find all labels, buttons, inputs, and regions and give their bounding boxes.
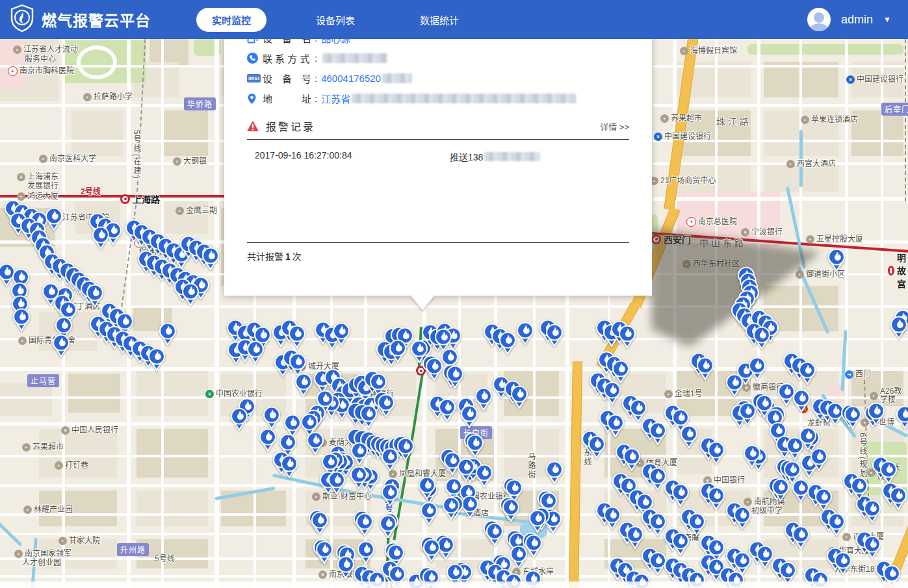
device-marker[interactable] [606,414,625,437]
device-marker[interactable] [827,513,846,536]
device-marker[interactable] [181,283,200,306]
device-marker[interactable] [51,334,71,357]
device-marker[interactable] [310,511,330,535]
device-marker[interactable] [246,340,265,364]
device-marker[interactable] [294,373,313,396]
device-marker[interactable] [158,322,177,346]
device-marker[interactable] [201,247,220,270]
device-marker[interactable] [679,425,699,448]
device-marker[interactable] [843,405,863,429]
device-marker[interactable] [305,431,325,455]
device-marker[interactable] [422,539,441,562]
map-label: +南京总医院 [686,217,737,227]
device-marker[interactable] [510,385,529,409]
device-marker[interactable] [617,325,637,348]
device-marker[interactable] [376,394,396,417]
device-marker[interactable] [895,405,908,429]
device-marker[interactable] [327,471,346,494]
device-marker[interactable] [879,461,898,484]
hospital-icon: + [686,217,696,227]
device-marker[interactable] [12,308,31,331]
map-label: ▪南京国家领军 [14,550,71,558]
poi-icon: ▪ [55,461,63,470]
device-marker[interactable] [798,361,817,385]
device-marker[interactable] [863,500,882,523]
device-marker[interactable] [417,476,437,500]
device-marker[interactable] [707,487,726,510]
device-marker[interactable] [725,374,744,397]
device-marker[interactable] [528,509,547,533]
device-marker[interactable] [833,552,853,575]
device-marker[interactable] [287,325,307,348]
device-marker[interactable] [733,506,752,530]
device-marker[interactable] [648,422,668,445]
device-marker[interactable] [671,483,690,507]
device-marker[interactable] [747,357,767,380]
device-marker[interactable] [671,532,690,556]
map-shape [136,429,208,478]
imsi-badge-icon: IMSI [247,73,260,84]
device-marker[interactable] [889,316,908,339]
device-marker[interactable] [485,522,504,546]
device-marker[interactable] [378,515,398,538]
device-marker[interactable] [229,407,249,431]
device-marker[interactable] [315,541,334,564]
device-marker[interactable] [889,487,908,510]
nav-tab-2[interactable]: 数据统计 [404,8,474,32]
device-marker[interactable] [742,444,762,468]
device-marker[interactable] [622,448,642,471]
device-marker[interactable] [545,461,564,484]
device-marker[interactable] [356,541,376,564]
device-marker[interactable] [755,545,775,569]
device-marker[interactable] [445,365,465,389]
device-marker[interactable] [798,427,818,450]
device-marker[interactable] [850,477,869,500]
device-marker[interactable] [625,526,645,549]
device-marker[interactable] [707,441,726,465]
device-marker[interactable] [755,394,774,418]
nav-tab-1[interactable]: 设备列表 [300,8,370,32]
device-marker[interactable] [331,322,351,346]
device-marker[interactable] [355,513,374,536]
device-marker[interactable] [437,398,457,422]
device-marker[interactable] [752,326,772,350]
nav-tab-0[interactable]: 实时监控 [196,8,266,32]
device-marker[interactable] [349,466,369,489]
device-marker[interactable] [147,348,166,371]
device-marker[interactable] [380,483,400,507]
device-marker[interactable] [515,322,535,345]
device-marker[interactable] [388,339,408,363]
device-marker[interactable] [587,435,606,459]
device-marker[interactable] [258,428,278,452]
device-marker[interactable] [44,207,64,231]
device-marker[interactable] [498,331,517,355]
device-marker[interactable] [866,402,886,426]
poi-icon: ▪ [744,498,752,506]
device-marker[interactable] [91,226,110,249]
poi-icon: ▪ [786,160,795,168]
device-marker[interactable] [827,248,846,272]
device-marker[interactable] [434,328,453,352]
device-marker[interactable] [791,526,811,549]
device-marker[interactable] [814,488,833,511]
device-marker[interactable] [863,535,882,559]
device-marker[interactable] [603,381,622,405]
device-marker[interactable] [380,448,400,471]
device-marker[interactable] [792,389,811,413]
device-marker[interactable] [771,478,790,502]
alarm-detail-link[interactable]: 详情 >> [600,120,629,133]
device-marker[interactable] [465,434,485,457]
device-marker[interactable] [419,502,439,525]
device-marker[interactable] [262,406,281,429]
device-fields: 设 备 名:品心源联 系 方 式:IMSI设 备 号:46004176520地 … [247,31,629,105]
device-marker[interactable] [545,324,564,347]
map-shape [136,491,208,526]
map-shape [133,62,179,97]
device-marker[interactable] [474,387,493,411]
user-menu[interactable]: admin ▼ [807,0,891,39]
device-marker[interactable] [501,498,521,522]
device-marker[interactable] [279,455,299,478]
device-marker[interactable] [695,357,715,380]
device-marker[interactable] [41,283,60,306]
device-marker[interactable] [441,496,461,520]
